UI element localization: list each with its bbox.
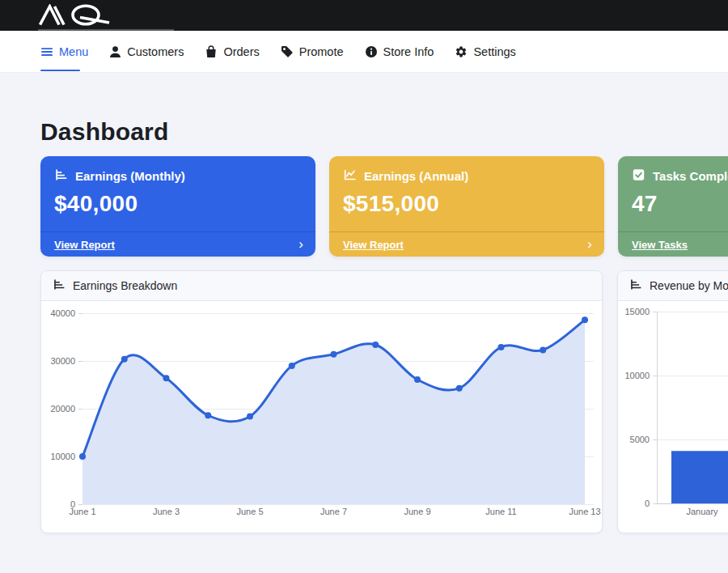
- stat-cards-row: Earnings (Monthly) $40,000 View Report ›…: [40, 156, 728, 257]
- stat-card-earnings-annual: Earnings (Annual) $515,000 View Report ›: [329, 156, 604, 257]
- charts-row: Earnings Breakdown 010000200003000040000…: [40, 270, 728, 533]
- svg-text:15000: 15000: [624, 307, 650, 316]
- svg-text:40000: 40000: [50, 308, 75, 318]
- svg-text:30000: 30000: [50, 356, 75, 366]
- chart-bar-icon: [629, 278, 642, 293]
- gear-icon: [455, 45, 468, 58]
- svg-text:June 3: June 3: [153, 507, 180, 516]
- nav-item-label: Store Info: [383, 45, 434, 58]
- stat-card-value: $515,000: [329, 184, 604, 217]
- chart-title: Earnings Breakdown: [73, 279, 177, 292]
- stat-card-tasks-completed: Tasks Completed 47 View Tasks ›: [618, 156, 728, 257]
- view-report-link[interactable]: View Report ›: [40, 231, 315, 257]
- svg-text:10000: 10000: [624, 371, 650, 380]
- svg-text:0: 0: [645, 499, 650, 508]
- chevron-right-icon: ›: [298, 237, 303, 251]
- revenue-by-month-card: Revenue by Month 050001000015000January: [617, 270, 728, 533]
- bag-icon: [205, 45, 218, 58]
- stat-card-label: Tasks Completed: [653, 169, 728, 183]
- nav-item-menu[interactable]: Menu: [40, 45, 88, 58]
- svg-text:June 1: June 1: [69, 507, 95, 516]
- view-tasks-link[interactable]: View Tasks ›: [618, 231, 728, 257]
- svg-text:June 11: June 11: [485, 507, 516, 516]
- chart-bar-icon: [53, 278, 66, 293]
- info-icon: [365, 45, 378, 58]
- nav-item-label: Menu: [59, 45, 88, 58]
- aq-logo[interactable]: [38, 4, 111, 30]
- nav-item-label: Promote: [299, 45, 344, 58]
- chevron-right-icon: ›: [587, 237, 592, 251]
- nav-item-store-info[interactable]: Store Info: [365, 45, 434, 58]
- topbar: [0, 0, 728, 31]
- chart-line-icon: [343, 168, 357, 184]
- stat-card-label: Earnings (Annual): [364, 169, 468, 183]
- nav-item-label: Orders: [223, 45, 259, 58]
- svg-text:June 9: June 9: [404, 507, 430, 516]
- active-tab-indicator: [40, 70, 80, 72]
- page-title: Dashboard: [40, 118, 728, 146]
- nav-item-label: Customers: [127, 45, 184, 58]
- svg-text:June 7: June 7: [320, 507, 347, 516]
- hamburger-icon: [40, 45, 53, 58]
- check-square-icon: [632, 168, 645, 184]
- chart-title: Revenue by Month: [650, 279, 728, 292]
- tag-icon: [281, 45, 294, 58]
- nav-item-settings[interactable]: Settings: [455, 45, 515, 58]
- main-content: Dashboard Earnings (Monthly) $40,000 Vie…: [0, 118, 728, 533]
- stat-card-value: $40,000: [40, 184, 315, 217]
- svg-text:June 13: June 13: [569, 507, 600, 516]
- view-report-link[interactable]: View Report ›: [329, 231, 604, 257]
- earnings-breakdown-card: Earnings Breakdown 010000200003000040000…: [40, 270, 603, 533]
- chart-bar-icon: [54, 168, 68, 184]
- stat-card-label: Earnings (Monthly): [75, 169, 185, 183]
- earnings-breakdown-chart: 010000200003000040000June 1June 3June 5J…: [41, 301, 602, 533]
- stat-card-value: 47: [618, 184, 728, 217]
- svg-text:20000: 20000: [50, 404, 75, 414]
- svg-text:June 5: June 5: [236, 507, 263, 516]
- nav-item-orders[interactable]: Orders: [205, 45, 259, 58]
- nav-item-promote[interactable]: Promote: [281, 45, 344, 58]
- nav-item-label: Settings: [473, 45, 515, 58]
- nav-item-customers[interactable]: Customers: [109, 45, 184, 58]
- revenue-by-month-chart: 050001000015000January: [618, 301, 728, 533]
- svg-text:5000: 5000: [630, 435, 650, 444]
- svg-text:10000: 10000: [50, 452, 75, 461]
- person-icon: [109, 45, 121, 58]
- svg-text:January: January: [686, 507, 718, 516]
- navbar: Menu Customers Orders Promote Store Info…: [0, 31, 728, 73]
- stat-card-earnings-monthly: Earnings (Monthly) $40,000 View Report ›: [40, 156, 315, 257]
